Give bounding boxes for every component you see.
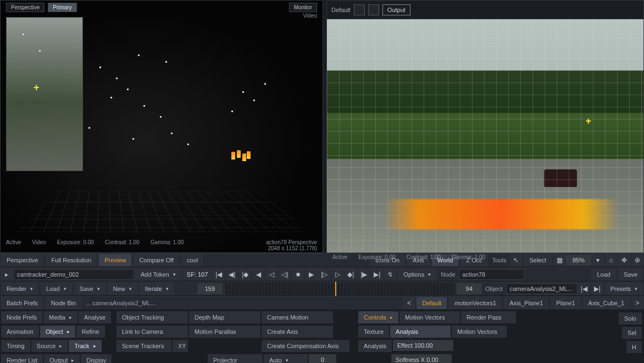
add-token-button[interactable]: Add Token bbox=[135, 268, 181, 280]
depth-map-button[interactable]: Depth Map bbox=[189, 311, 260, 323]
tab-next-icon[interactable]: > bbox=[631, 297, 643, 309]
render-load-button[interactable]: Load bbox=[41, 283, 71, 295]
prev-key-icon[interactable]: |◆ bbox=[239, 268, 251, 280]
viewport-3d-canvas[interactable]: + bbox=[1, 1, 323, 252]
render-list-button[interactable]: Render List bbox=[1, 354, 43, 363]
object-name-field[interactable] bbox=[506, 283, 578, 294]
cool-button[interactable]: cool bbox=[181, 254, 203, 266]
step-forward-icon[interactable]: ▷ bbox=[331, 268, 343, 280]
render-pass-button[interactable]: Render Pass bbox=[461, 311, 516, 323]
ground-grid bbox=[16, 190, 306, 232]
full-resolution-button[interactable]: Full Resolution bbox=[46, 254, 97, 266]
viewport-mode-perspective[interactable]: Perspective bbox=[6, 3, 45, 12]
load-button[interactable]: Load bbox=[591, 268, 615, 280]
preview-button[interactable]: Preview bbox=[99, 254, 131, 266]
compare-off-button[interactable]: Compare Off bbox=[134, 254, 179, 266]
tab-axis-cube1[interactable]: Axis_Cube_1 bbox=[583, 297, 630, 309]
expand-icon[interactable]: ▸ bbox=[1, 268, 13, 280]
viewport-output[interactable]: Default Output + Live Preview Video Acti… bbox=[326, 0, 644, 253]
analyse-button[interactable]: Analyse bbox=[79, 311, 111, 323]
step-back-key-icon[interactable]: ◀| bbox=[226, 268, 238, 280]
viewport-camera-name: action78 Perspective bbox=[266, 239, 317, 245]
analysis-button[interactable]: Analysis bbox=[390, 326, 451, 338]
motion-vectors-button[interactable]: Motion Vectors bbox=[399, 311, 460, 323]
obj-next-icon[interactable]: ▶| bbox=[591, 283, 603, 295]
viewport-3d[interactable]: + Perspective Primary Monitor Video Acti… bbox=[0, 0, 323, 253]
link-to-camera-button[interactable]: Link to Camera bbox=[116, 326, 188, 338]
loop-icon[interactable]: ↯ bbox=[384, 268, 396, 280]
projector-value-field[interactable]: 0 bbox=[309, 354, 336, 363]
step-forward-key-icon[interactable]: |▶ bbox=[358, 268, 370, 280]
create-axis-button[interactable]: Create Axis bbox=[262, 326, 333, 338]
stop-icon[interactable]: ■ bbox=[292, 268, 304, 280]
batch-prefs-tab[interactable]: Batch Prefs bbox=[1, 297, 43, 309]
object-tracking-button[interactable]: Object Tracking bbox=[116, 311, 188, 323]
tab-motion-vectors1[interactable]: motionVectors1 bbox=[449, 297, 502, 309]
current-frame-field[interactable]: 159 bbox=[197, 283, 223, 294]
output-nav-button[interactable]: Output bbox=[44, 354, 80, 363]
next-key-icon[interactable]: ◆| bbox=[345, 268, 357, 280]
viewport-output-canvas[interactable]: + bbox=[327, 19, 643, 252]
output-toggle-box-2[interactable] bbox=[368, 4, 379, 15]
display-button[interactable]: Display bbox=[81, 354, 112, 363]
tab-default[interactable]: Default bbox=[417, 297, 447, 309]
viewport-video-status: Video bbox=[32, 239, 46, 251]
play-first-icon[interactable]: |◀ bbox=[213, 268, 225, 280]
refine-button[interactable]: Refine bbox=[76, 326, 105, 338]
play-icon[interactable]: ▶ bbox=[305, 268, 317, 280]
render-button[interactable]: Render bbox=[1, 283, 38, 295]
tab-axis-plane1[interactable]: Axis_Plane1 bbox=[504, 297, 548, 309]
scene-trackers-button[interactable]: Scene Trackers bbox=[116, 340, 171, 352]
camera-motion-button[interactable]: Camera Motion bbox=[262, 311, 333, 323]
viewport-resolution: 2048 x 1152 (1.778) bbox=[266, 245, 317, 251]
viewport-monitor-button[interactable]: Monitor bbox=[289, 3, 317, 12]
timeline-cursor[interactable] bbox=[335, 282, 336, 296]
output-toggle-box-1[interactable] bbox=[354, 4, 365, 15]
track-button[interactable]: Track bbox=[69, 340, 101, 352]
node-prefs-button[interactable]: Node Prefs bbox=[1, 311, 42, 323]
clip-name-field[interactable] bbox=[13, 269, 134, 280]
viewport-mode-primary[interactable]: Primary bbox=[48, 3, 76, 12]
save-button[interactable]: Save bbox=[618, 268, 643, 280]
start-frame-field[interactable]: SF: 107 bbox=[182, 269, 213, 280]
softness-x-field[interactable]: Softness X 0.00 bbox=[391, 354, 452, 363]
play-last-icon[interactable]: ▶| bbox=[371, 268, 383, 280]
timeline[interactable] bbox=[225, 283, 454, 295]
sel-button[interactable]: Sel bbox=[622, 327, 642, 339]
texture-button[interactable]: Texture bbox=[358, 326, 389, 338]
motion-parallax-button[interactable]: Motion Parallax bbox=[189, 326, 260, 338]
play-reverse-icon[interactable]: ◁ bbox=[265, 268, 277, 280]
media-button[interactable]: Media bbox=[43, 311, 77, 323]
end-frame-field[interactable]: 94 bbox=[457, 283, 482, 294]
options-button[interactable]: Options bbox=[398, 268, 436, 280]
new-button[interactable]: New bbox=[108, 283, 137, 295]
render-save-button[interactable]: Save bbox=[74, 283, 106, 295]
viewport-active-label: Active bbox=[6, 239, 21, 251]
perspective-button[interactable]: Perspective bbox=[1, 254, 43, 266]
tab-plane1[interactable]: Plane1 bbox=[551, 297, 580, 309]
solo-button[interactable]: Solo bbox=[619, 312, 642, 324]
iterate-button[interactable]: Iterate bbox=[140, 283, 174, 295]
node-bin-tab[interactable]: Node Bin bbox=[46, 297, 81, 309]
tab-prev-icon[interactable]: < bbox=[403, 297, 415, 309]
create-compensation-axis-button[interactable]: Create Compensation Axis bbox=[262, 340, 349, 352]
step-back-icon[interactable]: ◀ bbox=[252, 268, 264, 280]
timing-button[interactable]: Timing bbox=[1, 340, 30, 352]
hide-button[interactable]: H bbox=[626, 341, 642, 353]
object-nav-button[interactable]: Object bbox=[40, 326, 75, 338]
xy-button[interactable]: XY bbox=[173, 340, 188, 352]
obj-prev-icon[interactable]: |◀ bbox=[578, 283, 590, 295]
frame-forward-icon[interactable]: |▷ bbox=[318, 268, 330, 280]
output-button[interactable]: Output bbox=[382, 4, 410, 15]
source-button[interactable]: Source bbox=[31, 340, 68, 352]
auto-button[interactable]: Auto bbox=[264, 354, 308, 363]
frame-back-icon[interactable]: ◁| bbox=[279, 268, 291, 280]
controls-button[interactable]: Controls bbox=[358, 311, 398, 323]
animation-button[interactable]: Animation bbox=[1, 326, 39, 338]
projector-button[interactable]: Projector bbox=[208, 354, 263, 363]
analysis-label-button[interactable]: Analysis bbox=[358, 340, 392, 352]
presets-button[interactable]: Presets bbox=[605, 283, 643, 295]
effect-field[interactable]: Effect 100.00 bbox=[393, 340, 453, 351]
motion-vectors-2-button[interactable]: Motion Vectors bbox=[452, 326, 507, 338]
node-name-field[interactable] bbox=[459, 269, 525, 280]
